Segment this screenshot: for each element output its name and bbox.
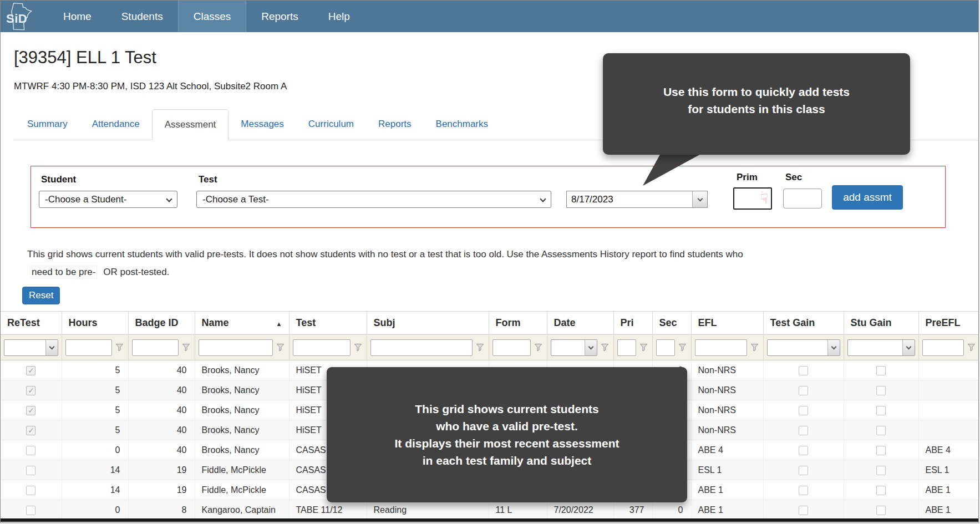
filter-select-dropdown-button[interactable] [45,340,58,355]
test-gain-checkbox[interactable] [799,446,808,455]
retest-checkbox[interactable] [26,426,35,435]
tab-assessment[interactable]: Assessment [152,109,229,140]
column-header-test[interactable]: Test [289,312,367,335]
column-header-retest[interactable]: ReTest [1,312,62,335]
filter-funnel-button-hours[interactable] [115,343,125,352]
nav-item-home[interactable]: Home [48,1,106,32]
retest-checkbox[interactable] [26,506,35,515]
cell-name: Kangaroo, Captain [195,500,289,520]
add-assessment-button[interactable]: add assmt [832,185,903,210]
filter-select-dropdown-button[interactable] [902,340,915,355]
stu-gain-checkbox[interactable] [876,366,886,375]
test-select[interactable]: -Choose a Test- [196,191,551,208]
column-header-pri[interactable]: Pri [613,312,652,335]
stu-gain-checkbox[interactable] [876,426,886,435]
filter-select-dropdown-button[interactable] [585,340,597,355]
test-gain-checkbox[interactable] [799,466,808,475]
cell-name: Fiddle, McPickle [195,460,289,480]
filter-funnel-button-efl[interactable] [750,343,760,352]
retest-checkbox[interactable] [26,386,35,395]
student-select[interactable]: -Choose a Student- [39,191,177,208]
nav-item-reports[interactable]: Reports [246,1,313,32]
nav-item-help[interactable]: Help [313,1,365,32]
column-header-sec[interactable]: Sec [652,312,691,335]
retest-checkbox[interactable] [26,406,35,415]
filter-input-name[interactable] [199,339,273,356]
cell-pre_efl: ABE 1 [918,480,979,500]
cell-test_gain [763,480,844,500]
tab-benchmarks[interactable]: Benchmarks [424,109,500,140]
filter-funnel-button-form[interactable] [534,343,544,352]
tab-curriculum[interactable]: Curriculum [296,109,366,140]
prim-score-field[interactable]: ☟ [733,187,772,210]
column-header-hours[interactable]: Hours [62,312,128,335]
test-gain-checkbox[interactable] [799,406,808,415]
filter-funnel-button-badge_id[interactable] [181,343,191,352]
tab-attendance[interactable]: Attendance [80,109,152,140]
filter-funnel-button-subj[interactable] [475,343,485,352]
sec-score-field[interactable] [783,189,822,208]
retest-checkbox[interactable] [26,446,35,455]
column-header-name[interactable]: Name▲ [195,312,289,335]
stu-gain-checkbox[interactable] [876,406,886,415]
column-header-date[interactable]: Date [547,312,613,335]
cell-badge_id: 40 [128,420,195,440]
tab-reports[interactable]: Reports [366,109,424,140]
reset-button[interactable]: Reset [22,287,60,304]
filter-funnel-button-sec[interactable] [678,343,688,352]
filter-input-pri[interactable] [617,339,636,356]
filter-funnel-button-test[interactable] [353,343,363,352]
retest-checkbox[interactable] [26,366,35,375]
stu-gain-checkbox[interactable] [876,466,886,475]
filter-input-hours[interactable] [65,339,112,356]
filter-input-sec[interactable] [656,339,675,356]
stu-gain-checkbox[interactable] [876,446,886,455]
test-gain-checkbox[interactable] [799,366,808,375]
column-header-test_gain[interactable]: Test Gain [763,312,844,335]
filter-input-subj[interactable] [370,339,473,356]
column-header-form[interactable]: Form [489,312,547,335]
column-header-pre_efl[interactable]: PreEFL [918,312,979,335]
column-header-stu_gain[interactable]: Stu Gain [844,312,918,335]
tab-messages[interactable]: Messages [229,109,296,140]
filter-funnel-button-pre_efl[interactable] [967,343,977,352]
stu-gain-checkbox[interactable] [876,486,886,495]
filter-input-efl[interactable] [695,339,747,356]
cell-date: 7/20/2022 [547,500,613,520]
retest-checkbox[interactable] [26,466,35,475]
test-gain-checkbox[interactable] [799,486,808,495]
stu-gain-checkbox[interactable] [876,506,886,515]
filter-input-form[interactable] [492,339,531,356]
filter-select-date[interactable] [551,339,597,356]
assessment-date-picker[interactable]: 8/17/2023 [566,191,708,208]
column-header-efl[interactable]: EFL [691,312,763,335]
nav-item-classes[interactable]: Classes [178,1,247,32]
filter-input-pre_efl[interactable] [922,339,964,356]
tab-summary[interactable]: Summary [15,109,80,140]
filter-funnel-button-pri[interactable] [639,343,649,352]
test-gain-checkbox[interactable] [799,506,808,515]
test-gain-checkbox[interactable] [799,426,808,435]
test-gain-checkbox[interactable] [799,386,808,395]
filter-select-retest[interactable] [4,339,58,356]
filter-select-dropdown-button[interactable] [827,340,840,355]
cursor-hand-down-icon: ☟ [760,191,768,206]
cell-test_gain [763,380,844,400]
filter-funnel-button-date[interactable] [600,343,610,352]
nav-item-students[interactable]: Students [106,1,178,32]
column-header-subj[interactable]: Subj [367,312,489,335]
filter-select-stu_gain[interactable] [847,339,915,356]
stu-gain-checkbox[interactable] [876,386,886,395]
cell-efl: Non-NRS [691,420,763,440]
filter-select-test_gain[interactable] [767,339,840,356]
filter-input-test[interactable] [293,339,351,356]
column-header-badge_id[interactable]: Badge ID [128,312,195,335]
date-dropdown-button[interactable] [692,191,707,207]
app-logo[interactable]: SiD [1,1,39,32]
date-value: 8/17/2023 [567,191,692,207]
filter-input-badge_id[interactable] [132,339,179,356]
cell-hours: 14 [62,460,128,480]
retest-checkbox[interactable] [26,486,35,495]
column-header-label: Stu Gain [851,317,892,328]
filter-funnel-button-name[interactable] [276,343,286,352]
